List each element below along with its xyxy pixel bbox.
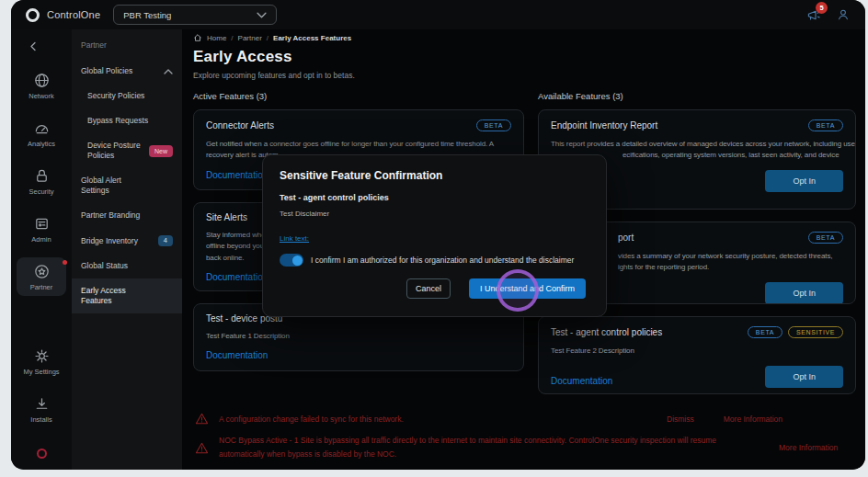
- rail-item-partner[interactable]: Partner: [17, 257, 66, 296]
- card-title: Endpoint Inventory Report: [551, 120, 657, 131]
- card-description: Get notified when a connector goes offli…: [206, 139, 511, 150]
- warning-triangle-icon: [195, 441, 209, 455]
- panel-icon: [33, 215, 51, 233]
- disclaimer-link[interactable]: Link text:: [280, 234, 309, 243]
- breadcrumb: Home / Partner / Early Access Features: [182, 29, 865, 42]
- org-selector-value: PBR Testing: [123, 10, 171, 20]
- nav-item-global-status[interactable]: Global Status: [72, 254, 182, 278]
- chevron-down-icon: [257, 12, 267, 18]
- card-title: Test - agent control policies: [551, 327, 662, 337]
- sensitive-badge: SENSITIVE: [788, 326, 843, 338]
- documentation-link[interactable]: Documentation: [551, 376, 612, 386]
- card-description: Test Feature 2 Description: [551, 346, 843, 357]
- sensitive-feature-confirmation-modal: Sensitive Feature Confirmation Test - ag…: [262, 154, 607, 317]
- available-features-header: Available Features (3): [538, 91, 856, 101]
- nav-header: Partner: [72, 33, 182, 59]
- rail-item-installs[interactable]: Installs: [17, 390, 66, 428]
- red-dot-badge: [63, 260, 67, 265]
- nav-item-global-policies[interactable]: Global Policies: [72, 59, 182, 84]
- dismiss-link[interactable]: Dismiss: [667, 415, 694, 424]
- breadcrumb-current: Early Access Features: [273, 34, 351, 42]
- star-circle-icon: [33, 263, 51, 280]
- status-ring-icon: [37, 449, 47, 459]
- notification-badge: 5: [816, 2, 828, 14]
- controlone-logo-icon: [26, 8, 40, 22]
- beta-badge: BETA: [808, 232, 843, 244]
- active-features-header: Active Features (3): [193, 91, 524, 101]
- rail-item-network[interactable]: Network: [17, 66, 66, 105]
- modal-feature-name: Test - agent control policies: [280, 193, 589, 202]
- chevron-up-icon: [164, 69, 173, 74]
- globe-icon: [33, 72, 51, 89]
- person-icon: [836, 7, 851, 22]
- new-badge: New: [149, 145, 173, 157]
- modal-disclaimer: Test Disclaimer: [280, 210, 589, 218]
- brand-name: ControlOne: [47, 9, 100, 20]
- chevron-left-icon: [29, 41, 37, 51]
- account-button[interactable]: [836, 7, 851, 22]
- card-description: vides a summary of your network security…: [618, 251, 843, 262]
- gauge-icon: [33, 119, 51, 137]
- alert-text: A configuration change failed to sync fo…: [219, 415, 657, 424]
- sidebar-collapse-button[interactable]: [29, 39, 37, 55]
- opt-in-button[interactable]: Opt In: [765, 366, 843, 388]
- nav-item-partner-branding[interactable]: Partner Branding: [72, 203, 182, 228]
- breadcrumb-home[interactable]: Home: [207, 34, 226, 42]
- card-description: ecifications, operating system versions,…: [622, 150, 843, 161]
- card-title: Site Alerts: [206, 212, 247, 222]
- nav-item-bridge-inventory[interactable]: Bridge Inventory 4: [72, 228, 182, 254]
- card-description: Test Feature 1 Description: [206, 331, 511, 342]
- card-description: This report provides a detailed overview…: [551, 139, 843, 150]
- gear-icon: [33, 347, 51, 365]
- top-bar: ControlOne PBR Testing 5: [11, 0, 865, 29]
- documentation-link[interactable]: Documentation: [206, 350, 268, 360]
- alert-banner-area: A configuration change failed to sync fo…: [182, 406, 865, 470]
- lock-icon: [33, 167, 51, 185]
- alert-config-sync: A configuration change failed to sync fo…: [195, 412, 852, 426]
- alert-noc-bypass: NOC Bypass Active - 1 Site is bypassing …: [195, 434, 852, 462]
- screenshot-root: ControlOne PBR Testing 5: [0, 0, 868, 477]
- app-window: ControlOne PBR Testing 5: [11, 0, 865, 470]
- more-information-link[interactable]: More Information: [724, 415, 782, 424]
- understand-and-confirm-button[interactable]: I Understand and Confirm: [469, 278, 586, 299]
- alert-text: NOC Bypass Active - 1 Site is bypassing …: [219, 434, 730, 462]
- documentation-link[interactable]: Documentation: [206, 272, 268, 282]
- home-icon: [193, 33, 202, 42]
- breadcrumb-partner[interactable]: Partner: [238, 34, 262, 42]
- opt-in-button[interactable]: Opt In: [765, 282, 843, 304]
- warning-triangle-icon: [195, 412, 209, 426]
- partner-nav-sidebar: Partner Global Policies Security Policie…: [72, 29, 182, 470]
- card-title: Connector Alerts: [206, 120, 274, 131]
- card-test-agent-control-policies: Test - agent control policies BETA SENSI…: [538, 316, 856, 394]
- more-information-link[interactable]: More Information: [779, 443, 838, 452]
- nav-item-device-posture-policies[interactable]: Device Posture Policies New: [72, 133, 182, 168]
- page-title: Early Access: [193, 48, 854, 66]
- confirm-authorization-toggle[interactable]: [280, 254, 303, 267]
- nav-item-security-policies[interactable]: Security Policies: [72, 84, 182, 108]
- beta-badge: BETA: [476, 119, 511, 131]
- page-subtitle: Explore upcoming features and opt in to …: [193, 71, 854, 80]
- rail-item-analytics[interactable]: Analytics: [17, 114, 66, 153]
- org-selector-dropdown[interactable]: PBR Testing: [113, 5, 277, 25]
- nav-item-bypass-requests[interactable]: Bypass Requests: [72, 108, 182, 133]
- toggle-label: I confirm I am authorized for this organ…: [311, 256, 574, 265]
- opt-in-button[interactable]: Opt In: [765, 170, 843, 192]
- toggle-knob: [292, 256, 303, 266]
- rail-item-admin[interactable]: Admin: [17, 210, 66, 248]
- rail-item-my-settings[interactable]: My Settings: [17, 342, 66, 380]
- modal-title: Sensitive Feature Confirmation: [280, 169, 589, 182]
- nav-item-global-alert-settings[interactable]: Global Alert Settings: [72, 168, 182, 203]
- card-title: port: [618, 233, 634, 243]
- announcements-button[interactable]: 5: [805, 7, 821, 23]
- card-description: ights for the reporting period.: [618, 262, 843, 273]
- beta-badge: BETA: [808, 119, 843, 131]
- documentation-link[interactable]: Documentation: [206, 170, 268, 180]
- count-badge: 4: [158, 235, 173, 246]
- icon-rail: Network Analytics Security Admin: [11, 29, 72, 470]
- rail-item-security[interactable]: Security: [17, 162, 66, 200]
- download-icon: [33, 395, 51, 413]
- nav-item-early-access-features[interactable]: Early Access Features: [72, 278, 182, 313]
- beta-badge: BETA: [748, 326, 782, 338]
- cancel-button[interactable]: Cancel: [406, 278, 451, 299]
